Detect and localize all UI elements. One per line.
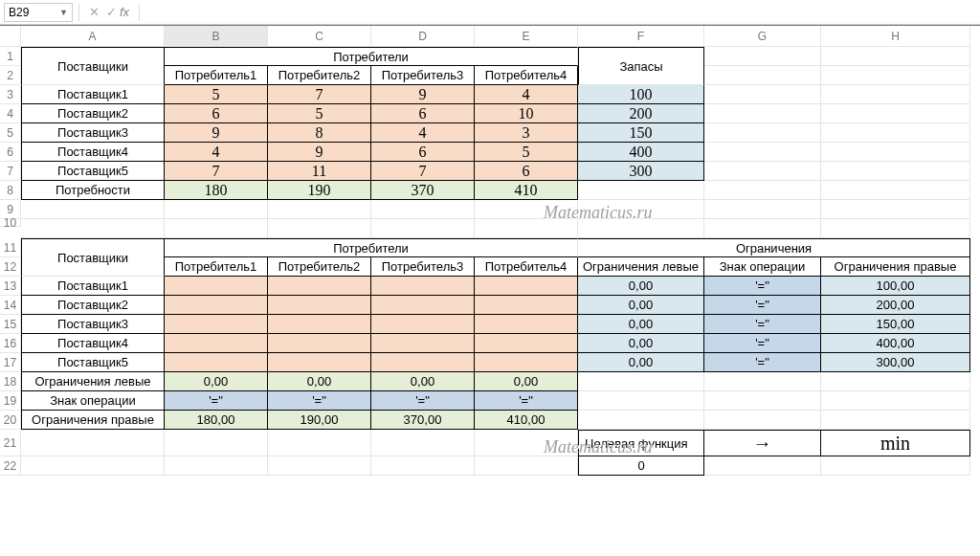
- cell[interactable]: [821, 372, 970, 391]
- var-cell[interactable]: [268, 334, 371, 353]
- row-header[interactable]: 8: [0, 181, 21, 200]
- cell[interactable]: [704, 200, 821, 219]
- cell[interactable]: [21, 219, 165, 238]
- cost-cell[interactable]: 7: [268, 85, 371, 104]
- constraint-op[interactable]: '=": [704, 277, 821, 296]
- cell[interactable]: [371, 430, 475, 456]
- var-cell[interactable]: [371, 296, 475, 315]
- var-cell[interactable]: [165, 334, 268, 353]
- cost-cell[interactable]: 6: [371, 104, 475, 123]
- need-cell[interactable]: 190: [268, 181, 371, 200]
- row-header[interactable]: 2: [0, 66, 21, 85]
- var-cell[interactable]: [268, 296, 371, 315]
- supplier-name[interactable]: Поставщик4: [21, 334, 165, 353]
- cell[interactable]: [578, 411, 704, 430]
- left-val[interactable]: 0,00: [475, 372, 578, 391]
- cost-cell[interactable]: 7: [371, 162, 475, 181]
- cell[interactable]: [165, 219, 268, 238]
- var-cell[interactable]: [165, 277, 268, 296]
- var-cell[interactable]: [475, 277, 578, 296]
- cell[interactable]: [821, 200, 970, 219]
- cell[interactable]: [821, 411, 970, 430]
- objective-value[interactable]: 0: [578, 456, 704, 476]
- constraint-left[interactable]: 0,00: [578, 277, 704, 296]
- supplier-name[interactable]: Поставщик5: [21, 353, 165, 372]
- constraint-op[interactable]: '=": [704, 315, 821, 334]
- supplier-name[interactable]: Поставщик1: [21, 85, 165, 104]
- cell[interactable]: [821, 104, 970, 123]
- cell[interactable]: [821, 456, 970, 476]
- cell[interactable]: [704, 391, 821, 411]
- cell[interactable]: [821, 181, 970, 200]
- col-header-G[interactable]: G: [704, 26, 821, 47]
- cost-cell[interactable]: 4: [475, 85, 578, 104]
- supplier-name[interactable]: Поставщик2: [21, 104, 165, 123]
- name-box[interactable]: B29 ▼: [4, 3, 73, 22]
- cost-cell[interactable]: 8: [268, 123, 371, 143]
- col-header-H[interactable]: H: [821, 26, 970, 47]
- row-header[interactable]: 15: [0, 315, 21, 334]
- cost-cell[interactable]: 5: [475, 143, 578, 162]
- cell[interactable]: [821, 123, 970, 143]
- supplier-name[interactable]: Поставщик4: [21, 143, 165, 162]
- cell[interactable]: [371, 219, 475, 238]
- row-header[interactable]: 5: [0, 123, 21, 143]
- cell[interactable]: [165, 200, 268, 219]
- cost-cell[interactable]: 6: [165, 104, 268, 123]
- right-val[interactable]: 180,00: [165, 411, 268, 430]
- row-header[interactable]: 22: [0, 456, 21, 476]
- cost-cell[interactable]: 6: [371, 143, 475, 162]
- stock-cell[interactable]: 200: [578, 104, 704, 123]
- col-header-D[interactable]: D: [371, 26, 475, 47]
- op-val[interactable]: '=": [475, 391, 578, 411]
- consumer-col[interactable]: Потребитель3: [371, 257, 475, 277]
- row-header[interactable]: 11: [0, 238, 21, 257]
- col-header-F[interactable]: F: [578, 26, 704, 47]
- var-cell[interactable]: [475, 315, 578, 334]
- cell[interactable]: [475, 200, 578, 219]
- cell[interactable]: [704, 143, 821, 162]
- cell[interactable]: [704, 372, 821, 391]
- constraint-op[interactable]: '=": [704, 353, 821, 372]
- cell[interactable]: [475, 456, 578, 476]
- constraint-op[interactable]: '=": [704, 296, 821, 315]
- row-header[interactable]: 19: [0, 391, 21, 411]
- var-cell[interactable]: [371, 277, 475, 296]
- constraints-header[interactable]: Ограничения: [578, 238, 970, 257]
- col-header-E[interactable]: E: [475, 26, 578, 47]
- cell[interactable]: [821, 47, 970, 66]
- consumer-col[interactable]: Потребитель1: [165, 66, 268, 85]
- cell[interactable]: [704, 181, 821, 200]
- left-val[interactable]: 0,00: [371, 372, 475, 391]
- var-cell[interactable]: [268, 353, 371, 372]
- row-header[interactable]: 16: [0, 334, 21, 353]
- constraint-right[interactable]: 400,00: [821, 334, 970, 353]
- cell[interactable]: [821, 391, 970, 411]
- need-cell[interactable]: 370: [371, 181, 475, 200]
- row-header[interactable]: 3: [0, 85, 21, 104]
- consumers-header[interactable]: Потребители: [165, 47, 578, 66]
- cost-cell[interactable]: 6: [475, 162, 578, 181]
- cost-cell[interactable]: 4: [165, 143, 268, 162]
- cell[interactable]: [371, 200, 475, 219]
- var-cell[interactable]: [268, 315, 371, 334]
- stock-header[interactable]: Запасы: [578, 47, 704, 85]
- cost-cell[interactable]: 5: [268, 104, 371, 123]
- consumer-col[interactable]: Потребитель2: [268, 257, 371, 277]
- cell[interactable]: [821, 143, 970, 162]
- cell[interactable]: [578, 219, 704, 238]
- cell[interactable]: [704, 104, 821, 123]
- fx-icon[interactable]: fx: [120, 5, 129, 19]
- constraint-left[interactable]: 0,00: [578, 334, 704, 353]
- cell[interactable]: [821, 219, 970, 238]
- cell[interactable]: [578, 200, 704, 219]
- right-val[interactable]: 410,00: [475, 411, 578, 430]
- consumer-col[interactable]: Потребитель4: [475, 66, 578, 85]
- var-cell[interactable]: [475, 296, 578, 315]
- supplier-name[interactable]: Поставщик1: [21, 277, 165, 296]
- constraint-left[interactable]: 0,00: [578, 296, 704, 315]
- cell[interactable]: [165, 456, 268, 476]
- constraint-right[interactable]: 200,00: [821, 296, 970, 315]
- row-header[interactable]: 21: [0, 430, 21, 456]
- cell[interactable]: [21, 430, 165, 456]
